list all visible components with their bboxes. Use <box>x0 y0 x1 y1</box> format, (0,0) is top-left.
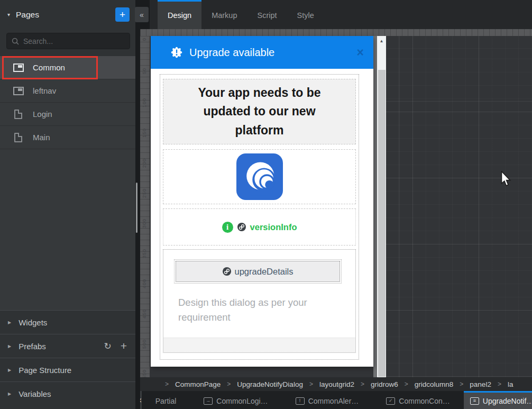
picture-widget[interactable] <box>163 149 356 204</box>
breadcrumb-group: > gridcolumn8 <box>398 380 454 388</box>
wavemaker-logo <box>236 153 283 200</box>
editor-mode-tab[interactable]: Markup <box>201 0 247 29</box>
sidebar-section[interactable]: ▶ Variables ↻ + <box>0 381 135 405</box>
breadcrumb-group: > gridrow6 <box>354 380 398 388</box>
section-label: Variables <box>19 389 51 398</box>
version-info-label: versionInfo <box>250 222 297 232</box>
upgrade-details-label: upgradeDetails <box>235 267 293 277</box>
file-tab[interactable]: ✓ CommonCon… <box>372 391 463 409</box>
sidebar-scrollbar[interactable] <box>136 183 137 233</box>
ruler-label: 350 <box>142 249 147 258</box>
ruler-label: 400 <box>142 279 147 288</box>
sidebar-sections: ▶ Widgets ↻ + ▶ Prefabs ↻ + <box>0 310 135 405</box>
file-type-icon: ! <box>296 397 305 405</box>
open-file-tabs: Partial → CommonLogi… ! CommonAler… ✓ Co… <box>142 391 532 409</box>
sidebar-section[interactable]: ▶ Prefabs ↻ + <box>0 334 135 358</box>
add-prefab-icon[interactable]: + <box>121 340 127 352</box>
sidebar-section[interactable]: ▶ Page Structure ↻ + <box>0 358 135 381</box>
editor-mode-tab[interactable]: Design <box>158 0 201 29</box>
section-label: Page Structure <box>19 366 71 375</box>
bind-icon <box>223 267 231 276</box>
breadcrumb-separator-icon: > <box>227 380 231 388</box>
refresh-icon[interactable]: ↻ <box>104 341 111 352</box>
panel-widget[interactable]: upgradeDetails Design this dialog as per… <box>163 249 356 353</box>
editor-mode-tab-label: Design <box>168 11 191 20</box>
pages-panel-title: Pages <box>16 10 39 20</box>
breadcrumb-item[interactable]: CommonPage <box>175 380 221 388</box>
panel-placeholder-text: Design this dialog as per your requireme… <box>174 291 342 338</box>
page-item-label: Main <box>33 133 50 142</box>
ruler-label: 250 <box>142 188 147 198</box>
mouse-cursor-icon <box>501 171 512 188</box>
widget-breadcrumb: > CommonPage > UpgradeNotifyDialog > lay… <box>140 377 532 391</box>
ruler-label: 0 <box>142 38 147 41</box>
upgrade-details-button[interactable]: upgradeDetails <box>176 261 340 282</box>
file-type-icon: ≡ <box>470 397 479 405</box>
breadcrumb-item[interactable]: gridcolumn8 <box>415 380 454 388</box>
search-input[interactable] <box>23 37 125 46</box>
page-item[interactable]: leftnav <box>0 79 135 103</box>
editor-mode-tab[interactable]: Script <box>247 0 287 29</box>
ruler-label: 50 <box>142 68 147 74</box>
file-type-icon: → <box>204 397 213 405</box>
file-tab[interactable]: ≡ UpgradeNotif… <box>464 391 532 409</box>
add-page-button[interactable]: + <box>115 7 130 22</box>
ruler-label: 300 <box>142 219 147 228</box>
pages-collapse-caret[interactable]: ▾ <box>7 12 10 17</box>
file-tab[interactable]: ! CommonAler… <box>282 391 373 409</box>
breadcrumb-group: > panel2 <box>453 380 491 388</box>
breadcrumb-group: > CommonPage <box>159 380 221 388</box>
canvas-grid-area <box>386 36 532 377</box>
vertical-ruler: 050100150200250300350400450500550 <box>140 36 150 377</box>
sidebar-section[interactable]: ▶ Widgets ↻ + <box>0 310 135 334</box>
upgrade-notify-dialog[interactable]: Upgrade available × Your app needs to be… <box>151 36 373 367</box>
collapse-sidebar-button[interactable]: « <box>135 7 149 22</box>
breadcrumb-group: > UpgradeNotifyDialog <box>221 380 303 388</box>
page-item[interactable]: Login <box>0 103 135 126</box>
pages-search-box <box>6 33 130 49</box>
page-item[interactable]: Main <box>0 126 135 149</box>
section-expand-caret: ▶ <box>8 392 11 396</box>
file-tab-label: CommonAler… <box>308 397 359 405</box>
editor-mode-tab-label: Script <box>258 11 277 20</box>
breadcrumb-group: > la <box>491 380 513 388</box>
breadcrumb-item[interactable]: layoutgrid2 <box>319 380 354 388</box>
ruler-label: 500 <box>142 339 147 349</box>
panel-footer <box>163 338 355 352</box>
file-tab-label: Partial <box>155 397 177 405</box>
scroll-up-arrow[interactable]: ▲ <box>377 36 386 46</box>
page-type-icon <box>13 87 24 95</box>
breadcrumb-item[interactable]: UpgradeNotifyDialog <box>237 380 303 388</box>
section-expand-caret: ▶ <box>8 320 11 325</box>
breadcrumb-separator-icon: > <box>361 380 364 388</box>
preview-margin <box>373 36 377 377</box>
pages-list: Common leftnav Login Main <box>0 56 135 310</box>
version-info-widget[interactable]: i versionInfo <box>163 208 356 246</box>
horizontal-ruler <box>140 29 532 36</box>
file-tab[interactable]: Partial <box>142 391 190 409</box>
heading-label-widget[interactable]: Your app needs to be updated to our new … <box>163 79 356 144</box>
dialog-title: Upgrade available <box>189 47 274 59</box>
file-type-icon: ✓ <box>386 397 395 405</box>
editor-mode-tab[interactable]: Style <box>287 0 324 29</box>
breadcrumb-separator-icon: > <box>405 380 408 388</box>
page-item-label: leftnav <box>33 86 56 95</box>
file-tab-label: UpgradeNotif… <box>483 397 532 405</box>
breadcrumb-item[interactable]: la <box>508 380 513 388</box>
scrollbar-thumb[interactable] <box>378 70 386 377</box>
pages-panel-header: ▾ Pages + <box>0 0 135 29</box>
breadcrumb-separator-icon: > <box>460 380 463 388</box>
editor-mode-tab-label: Style <box>297 11 314 20</box>
ruler-label: 200 <box>142 158 147 168</box>
breadcrumb-separator-icon: > <box>165 380 169 388</box>
breadcrumb-item[interactable]: gridrow6 <box>371 380 398 388</box>
file-tab[interactable]: → CommonLogi… <box>190 391 281 409</box>
close-icon[interactable]: × <box>357 47 364 59</box>
page-item-label: Common <box>33 63 65 72</box>
breadcrumb-item[interactable]: panel2 <box>470 380 491 388</box>
preview-scrollbar[interactable]: ▲ <box>377 36 386 377</box>
file-tab-label: CommonLogi… <box>216 397 268 405</box>
section-label: Prefabs <box>19 342 46 351</box>
ruler-label: 150 <box>142 128 147 138</box>
page-item[interactable]: Common <box>0 56 135 79</box>
